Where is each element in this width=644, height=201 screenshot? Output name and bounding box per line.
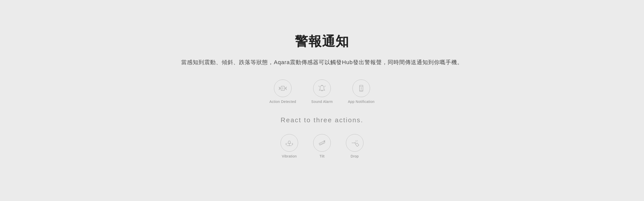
icon-item-action-detected: Action Detected: [269, 79, 296, 104]
drop-icon: [350, 138, 359, 148]
vibration-label: Vibration: [282, 154, 297, 158]
tilt-label: Tilt: [319, 154, 325, 158]
action-detected-icon: [278, 84, 288, 93]
svg-point-24: [322, 143, 323, 144]
icon-item-drop: Drop: [346, 134, 364, 158]
icon-item-tilt: Tilt: [313, 134, 331, 158]
drop-icon-circle: [346, 134, 364, 152]
svg-point-16: [361, 91, 361, 91]
sound-alarm-icon: [317, 84, 327, 93]
vibration-icon-circle: [280, 134, 298, 152]
sound-alarm-label: Sound Alarm: [311, 100, 333, 104]
svg-line-32: [356, 140, 356, 141]
app-notification-icon: [356, 84, 366, 93]
icon-item-vibration: Vibration: [280, 134, 298, 158]
action-detected-icon-circle: [274, 79, 292, 97]
svg-line-12: [325, 86, 326, 87]
svg-line-11: [319, 86, 319, 87]
icon-item-sound-alarm: Sound Alarm: [311, 79, 333, 104]
sound-alarm-icon-circle: [313, 79, 331, 97]
svg-line-7: [279, 88, 280, 90]
divider: [176, 114, 468, 116]
svg-point-23: [320, 143, 321, 144]
vibration-icon: [285, 138, 294, 148]
react-title: React to three actions.: [176, 116, 468, 124]
svg-line-9: [286, 88, 287, 90]
subtitle: 當感知到震動、傾斜、跌落等狀態，Aqara震動傳感器可以觸發Hub發出警報聲，同…: [176, 58, 468, 67]
svg-line-33: [357, 140, 357, 141]
svg-line-8: [286, 87, 287, 88]
svg-line-6: [279, 87, 280, 88]
tilt-icon-circle: [313, 134, 331, 152]
alert-icons-row: Action Detected Sound Alarm: [176, 79, 468, 104]
app-notification-icon-circle: [352, 79, 370, 97]
page-container: 警報通知 當感知到震動、傾斜、跌落等狀態，Aqara震動傳感器可以觸發Hub發出…: [171, 23, 473, 178]
main-title: 警報通知: [176, 33, 468, 50]
icon-item-app-notification: App Notification: [348, 79, 375, 104]
app-notification-label: App Notification: [348, 100, 375, 104]
svg-point-18: [361, 89, 361, 90]
drop-label: Drop: [351, 154, 359, 158]
svg-rect-31: [355, 143, 359, 146]
svg-point-25: [323, 142, 324, 143]
action-detected-label: Action Detected: [269, 100, 296, 104]
action-icons-row: Vibration Tilt: [176, 134, 468, 158]
tilt-icon: [317, 138, 327, 148]
